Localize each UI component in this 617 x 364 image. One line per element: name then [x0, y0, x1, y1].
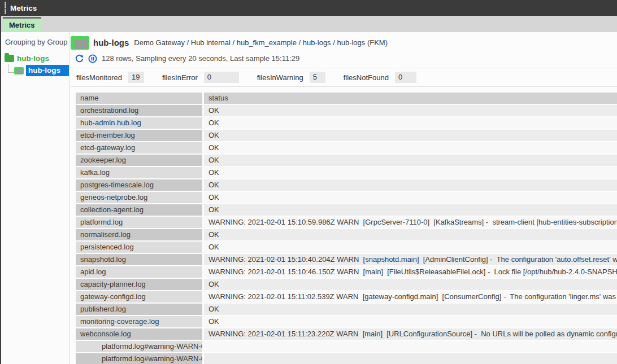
cell-name[interactable]: kafka.log: [76, 167, 202, 178]
headline-bar: filesMonitored19filesInError0filesInWarn…: [71, 68, 617, 87]
group-tree: hub-logshub-logs: [1, 52, 69, 77]
tree-item-label[interactable]: hub-logs: [26, 65, 69, 76]
tab-strip: Metrics: [1, 16, 617, 32]
table-row[interactable]: monitoring-coverage.logOK: [76, 316, 617, 327]
metrics-window: Metrics Metrics Grouping by Group hub-lo…: [0, 0, 617, 364]
tree-item-hub-logs-0[interactable]: hub-logs: [1, 52, 69, 64]
cell-status[interactable]: OK: [204, 192, 617, 203]
table-row[interactable]: hub-admin.hub.logOK: [76, 117, 617, 129]
cell-status[interactable]: OK: [204, 279, 617, 290]
window-title: Metrics: [10, 4, 37, 12]
tab-metrics[interactable]: Metrics: [3, 17, 41, 32]
cell-status[interactable]: WARNING: 2021-02-01 15:11:23.220Z WARN […: [204, 328, 617, 340]
cell-status[interactable]: WARNING: 2021-02-01 15:10:46.150Z WARN […: [204, 266, 617, 278]
headline-filesInWarning: filesInWarning5: [257, 72, 325, 83]
folder-icon: [5, 55, 14, 62]
tree-item-label[interactable]: hub-logs: [17, 54, 49, 63]
cell-name[interactable]: platformd.log#warning-WARN-00001: [76, 353, 202, 364]
cell-status[interactable]: OK: [204, 130, 617, 141]
table-row[interactable]: apid.logWARNING: 2021-02-01 15:10:46.150…: [76, 266, 617, 278]
cell-status[interactable]: OK: [204, 155, 617, 166]
cell-name[interactable]: etcd-gateway.log: [76, 142, 202, 154]
cell-status[interactable]: WARNING: 2021-02-01 15:10:40.204Z WARN […: [204, 254, 617, 265]
table-row[interactable]: kafka.logOK: [76, 167, 617, 178]
cell-name[interactable]: platformd.log: [76, 217, 202, 228]
cell-name[interactable]: monitoring-coverage.log: [76, 316, 202, 327]
cell-status[interactable]: [204, 341, 617, 352]
table-row[interactable]: platformd.log#warning-WARN-00000: [76, 341, 617, 352]
refresh-icon[interactable]: [75, 54, 84, 63]
dataview-icon: [14, 67, 24, 74]
cell-status[interactable]: OK: [204, 204, 617, 216]
sampling-info: 128 rows, Sampling every 20 seconds, Las…: [102, 54, 299, 63]
table-row[interactable]: gateway-configd.logWARNING: 2021-02-01 1…: [76, 291, 617, 302]
table-header-row: name status: [76, 93, 617, 104]
table-row[interactable]: etcd-gateway.logOK: [76, 142, 617, 154]
cell-status[interactable]: OK: [204, 179, 617, 191]
cell-name[interactable]: capacity-planner.log: [76, 279, 202, 290]
headline-label: filesNotFound: [344, 73, 389, 82]
cell-name[interactable]: geneos-netprobe.log: [76, 192, 202, 203]
table-row[interactable]: zookeeper.logOK: [76, 155, 617, 166]
cell-name[interactable]: normaliserd.log: [76, 229, 202, 240]
headline-label: filesInWarning: [257, 73, 303, 82]
grouping-label: Grouping by Group: [1, 38, 69, 52]
table-row[interactable]: snapshotd.logWARNING: 2021-02-01 15:10:4…: [76, 254, 617, 265]
tree-item-hub-logs-1[interactable]: hub-logs: [1, 64, 69, 77]
table-row[interactable]: persistenced.logOK: [76, 242, 617, 253]
cell-name[interactable]: platformd.log#warning-WARN-00000: [76, 341, 202, 352]
headline-value: 0: [204, 72, 239, 83]
cell-status[interactable]: WARNING: 2021-02-01 15:10:59.986Z WARN […: [204, 217, 617, 228]
cell-status[interactable]: OK: [204, 229, 617, 240]
grouping-sidebar: Grouping by Group hub-logshub-logs: [1, 32, 69, 364]
drag-grip-icon[interactable]: [2, 2, 8, 14]
cell-name[interactable]: orchestrationd.log: [76, 105, 202, 116]
cell-status[interactable]: WARNING: 2021-02-01 15:11:02.539Z WARN […: [204, 291, 617, 302]
cell-status[interactable]: OK: [204, 142, 617, 154]
pause-icon[interactable]: [88, 54, 97, 63]
cell-status[interactable]: [204, 353, 617, 364]
headline-value: 0: [395, 72, 416, 83]
cell-status[interactable]: OK: [204, 167, 617, 178]
headline-filesMonitored: filesMonitored19: [76, 72, 144, 83]
cell-status[interactable]: OK: [204, 117, 617, 129]
cell-name[interactable]: postgres-timescale.log: [76, 179, 202, 191]
headline-label: filesInError: [162, 73, 198, 82]
dataview-title: hub-logs: [93, 38, 129, 47]
window-titlebar[interactable]: Metrics: [1, 0, 617, 16]
cell-name[interactable]: webconsole.log: [76, 328, 202, 340]
cell-name[interactable]: snapshotd.log: [76, 254, 202, 265]
table-row[interactable]: geneos-netprobe.logOK: [76, 192, 617, 203]
cell-name[interactable]: hub-admin.hub.log: [76, 117, 202, 129]
table-row[interactable]: platformd.logWARNING: 2021-02-01 15:10:5…: [76, 217, 617, 228]
table-row[interactable]: postgres-timescale.logOK: [76, 179, 617, 191]
cell-status[interactable]: OK: [204, 242, 617, 253]
cell-status[interactable]: OK: [204, 304, 617, 315]
cell-name[interactable]: collection-agent.log: [76, 204, 202, 216]
cell-name[interactable]: zookeeper.log: [76, 155, 202, 166]
headline-value: 5: [310, 72, 325, 83]
cell-name[interactable]: persistenced.log: [76, 242, 202, 253]
headline-label: filesMonitored: [76, 73, 122, 82]
table-row[interactable]: publisherd.logOK: [76, 304, 617, 315]
table-row[interactable]: etcd-member.logOK: [76, 130, 617, 141]
column-header-status[interactable]: status: [204, 93, 617, 104]
table-row[interactable]: orchestrationd.logOK: [76, 105, 617, 116]
cell-name[interactable]: gateway-configd.log: [76, 291, 202, 302]
cell-status[interactable]: OK: [204, 316, 617, 327]
headline-value: 19: [128, 72, 144, 83]
headline-filesNotFound: filesNotFound0: [344, 72, 416, 83]
table-row[interactable]: capacity-planner.logOK: [76, 279, 617, 290]
table-row[interactable]: webconsole.logWARNING: 2021-02-01 15:11:…: [76, 328, 617, 340]
cell-name[interactable]: publisherd.log: [76, 304, 202, 315]
headline-filesInError: filesInError0: [162, 72, 239, 83]
table-row[interactable]: platformd.log#warning-WARN-00001: [76, 353, 617, 364]
dataview-icon: [71, 36, 89, 50]
column-header-name[interactable]: name: [76, 93, 202, 104]
cell-name[interactable]: etcd-member.log: [76, 130, 202, 141]
table-row[interactable]: collection-agent.logOK: [76, 204, 617, 216]
breadcrumb: Demo Gateway / Hub internal / hub_fkm_ex…: [134, 38, 388, 47]
table-row[interactable]: normaliserd.logOK: [76, 229, 617, 240]
cell-name[interactable]: apid.log: [76, 266, 202, 278]
cell-status[interactable]: OK: [204, 105, 617, 116]
